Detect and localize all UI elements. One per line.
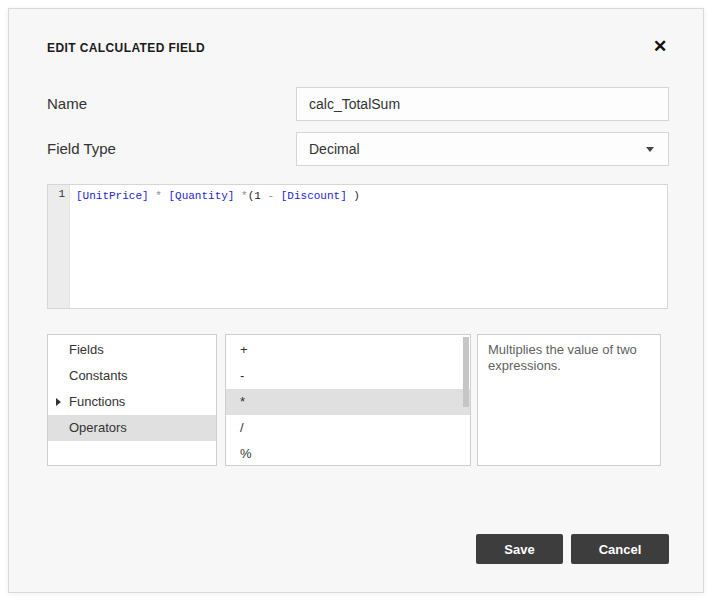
name-label: Name	[47, 87, 87, 121]
code-token-field: [UnitPrice]	[76, 190, 149, 202]
operator-item-label: -	[240, 368, 244, 383]
category-item-label: Fields	[69, 342, 104, 357]
line-number: 1	[58, 188, 65, 200]
category-item-operators[interactable]: Operators	[48, 415, 216, 441]
field-type-value: Decimal	[309, 141, 360, 157]
save-button[interactable]: Save	[476, 534, 563, 564]
operator-item-[interactable]: -	[226, 363, 470, 389]
chevron-down-icon	[646, 147, 654, 152]
category-item-functions[interactable]: Functions	[48, 389, 216, 415]
code-token-punct: )	[347, 190, 360, 202]
code-token-field: [Discount]	[281, 190, 347, 202]
code-token-punct	[274, 190, 281, 202]
category-item-label: Functions	[69, 394, 125, 409]
expression-code-line: [UnitPrice] * [Quantity] *(1 - [Discount…	[70, 185, 667, 308]
code-token-op: *	[155, 190, 162, 202]
operator-item-[interactable]: /	[226, 415, 470, 441]
operator-item-label: *	[240, 394, 245, 409]
operator-item-label: %	[240, 446, 252, 461]
operator-description: Multiplies the value of two expressions.	[478, 335, 660, 382]
expression-editor[interactable]: 1 [UnitPrice] * [Quantity] *(1 - [Discou…	[47, 184, 668, 309]
operator-item-[interactable]: %	[226, 441, 470, 467]
dialog-title: EDIT CALCULATED FIELD	[47, 41, 205, 55]
editor-gutter: 1	[48, 185, 70, 308]
category-item-label: Constants	[69, 368, 128, 383]
operator-item-[interactable]: +	[226, 337, 470, 363]
operator-item-label: +	[240, 342, 248, 357]
name-input[interactable]	[296, 87, 669, 121]
code-token-op: *	[241, 190, 248, 202]
category-item-label: Operators	[69, 420, 127, 435]
category-list: FieldsConstantsFunctionsOperators	[47, 334, 217, 466]
field-type-select[interactable]: Decimal	[296, 132, 669, 166]
operator-item-label: /	[240, 420, 244, 435]
edit-calculated-field-dialog: EDIT CALCULATED FIELD ✕ Name Field Type …	[8, 8, 704, 593]
expand-arrow-icon[interactable]	[56, 398, 61, 406]
code-token-punct	[261, 190, 268, 202]
close-button[interactable]: ✕	[648, 35, 672, 59]
code-token-field: [Quantity]	[168, 190, 234, 202]
cancel-button[interactable]: Cancel	[571, 534, 669, 564]
field-type-label: Field Type	[47, 132, 116, 166]
category-item-constants[interactable]: Constants	[48, 363, 216, 389]
scrollbar-thumb[interactable]	[463, 337, 469, 407]
category-item-fields[interactable]: Fields	[48, 337, 216, 363]
close-icon: ✕	[653, 37, 667, 56]
operator-item-[interactable]: *	[226, 389, 470, 415]
code-token-num: 1	[254, 190, 261, 202]
description-panel: Multiplies the value of two expressions.	[477, 334, 661, 466]
operator-list: +-*/%	[225, 334, 471, 466]
scrollbar[interactable]	[462, 336, 469, 464]
